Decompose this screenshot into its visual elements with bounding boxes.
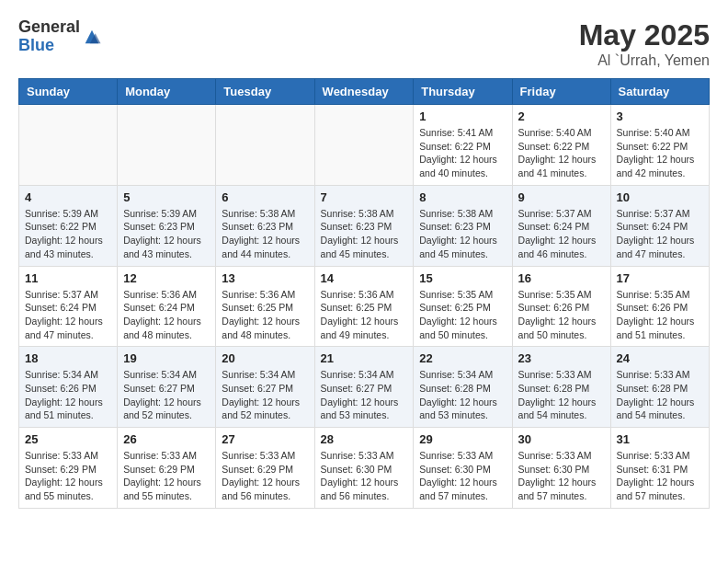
calendar-cell: 13Sunrise: 5:36 AM Sunset: 6:25 PM Dayli… (216, 266, 314, 347)
calendar-cell: 6Sunrise: 5:38 AM Sunset: 6:23 PM Daylig… (216, 185, 314, 266)
day-info: Sunrise: 5:37 AM Sunset: 6:24 PM Dayligh… (617, 207, 703, 261)
day-number: 17 (617, 271, 703, 285)
calendar-cell: 19Sunrise: 5:34 AM Sunset: 6:27 PM Dayli… (118, 347, 216, 428)
day-number: 21 (321, 351, 408, 365)
calendar-cell: 7Sunrise: 5:38 AM Sunset: 6:23 PM Daylig… (314, 185, 414, 266)
calendar-week-row: 1Sunrise: 5:41 AM Sunset: 6:22 PM Daylig… (19, 105, 710, 186)
title-block: May 2025 Al `Urrah, Yemen (579, 18, 710, 69)
day-info: Sunrise: 5:34 AM Sunset: 6:27 PM Dayligh… (321, 368, 408, 422)
calendar-cell: 18Sunrise: 5:34 AM Sunset: 6:26 PM Dayli… (19, 347, 118, 428)
calendar-cell: 24Sunrise: 5:33 AM Sunset: 6:28 PM Dayli… (610, 347, 709, 428)
calendar-cell: 25Sunrise: 5:33 AM Sunset: 6:29 PM Dayli… (19, 428, 118, 509)
day-header-sunday: Sunday (19, 79, 118, 105)
logo-general-text: General (18, 18, 80, 37)
calendar-week-row: 4Sunrise: 5:39 AM Sunset: 6:22 PM Daylig… (19, 185, 710, 266)
day-info: Sunrise: 5:36 AM Sunset: 6:25 PM Dayligh… (321, 288, 408, 342)
day-number: 2 (518, 109, 605, 123)
day-number: 31 (617, 432, 703, 446)
calendar-subtitle: Al `Urrah, Yemen (579, 52, 710, 69)
calendar-cell: 4Sunrise: 5:39 AM Sunset: 6:22 PM Daylig… (19, 185, 118, 266)
calendar-week-row: 11Sunrise: 5:37 AM Sunset: 6:24 PM Dayli… (19, 266, 710, 347)
calendar-cell: 3Sunrise: 5:40 AM Sunset: 6:22 PM Daylig… (610, 105, 709, 186)
calendar-week-row: 18Sunrise: 5:34 AM Sunset: 6:26 PM Dayli… (19, 347, 710, 428)
day-header-wednesday: Wednesday (314, 79, 414, 105)
calendar-cell: 15Sunrise: 5:35 AM Sunset: 6:25 PM Dayli… (414, 266, 512, 347)
day-number: 8 (419, 190, 506, 204)
day-number: 30 (518, 432, 605, 446)
day-info: Sunrise: 5:39 AM Sunset: 6:22 PM Dayligh… (25, 207, 111, 261)
day-number: 7 (321, 190, 408, 204)
day-info: Sunrise: 5:33 AM Sunset: 6:30 PM Dayligh… (518, 449, 605, 503)
day-number: 9 (518, 190, 605, 204)
day-number: 3 (617, 109, 703, 123)
calendar-table: SundayMondayTuesdayWednesdayThursdayFrid… (18, 78, 710, 509)
day-info: Sunrise: 5:33 AM Sunset: 6:30 PM Dayligh… (419, 449, 506, 503)
calendar-week-row: 25Sunrise: 5:33 AM Sunset: 6:29 PM Dayli… (19, 428, 710, 509)
calendar-cell: 14Sunrise: 5:36 AM Sunset: 6:25 PM Dayli… (314, 266, 414, 347)
day-info: Sunrise: 5:37 AM Sunset: 6:24 PM Dayligh… (518, 207, 605, 261)
day-number: 11 (25, 271, 111, 285)
calendar-cell: 16Sunrise: 5:35 AM Sunset: 6:26 PM Dayli… (512, 266, 610, 347)
day-number: 28 (321, 432, 408, 446)
day-number: 5 (123, 190, 210, 204)
calendar-cell: 22Sunrise: 5:34 AM Sunset: 6:28 PM Dayli… (414, 347, 512, 428)
day-info: Sunrise: 5:33 AM Sunset: 6:29 PM Dayligh… (222, 449, 308, 503)
day-info: Sunrise: 5:41 AM Sunset: 6:22 PM Dayligh… (419, 126, 506, 180)
day-header-thursday: Thursday (414, 79, 512, 105)
day-number: 29 (419, 432, 506, 446)
day-info: Sunrise: 5:39 AM Sunset: 6:23 PM Dayligh… (123, 207, 210, 261)
day-info: Sunrise: 5:35 AM Sunset: 6:26 PM Dayligh… (617, 288, 703, 342)
day-info: Sunrise: 5:38 AM Sunset: 6:23 PM Dayligh… (419, 207, 506, 261)
day-number: 19 (123, 351, 210, 365)
day-number: 6 (222, 190, 308, 204)
calendar-cell: 17Sunrise: 5:35 AM Sunset: 6:26 PM Dayli… (610, 266, 709, 347)
day-number: 23 (518, 351, 605, 365)
logo: General Blue (18, 18, 102, 55)
day-info: Sunrise: 5:40 AM Sunset: 6:22 PM Dayligh… (617, 126, 703, 180)
day-info: Sunrise: 5:38 AM Sunset: 6:23 PM Dayligh… (222, 207, 308, 261)
day-header-monday: Monday (118, 79, 216, 105)
calendar-cell: 5Sunrise: 5:39 AM Sunset: 6:23 PM Daylig… (118, 185, 216, 266)
day-number: 24 (617, 351, 703, 365)
calendar-cell: 27Sunrise: 5:33 AM Sunset: 6:29 PM Dayli… (216, 428, 314, 509)
calendar-header-row: SundayMondayTuesdayWednesdayThursdayFrid… (19, 79, 710, 105)
day-info: Sunrise: 5:33 AM Sunset: 6:31 PM Dayligh… (617, 449, 703, 503)
calendar-cell: 20Sunrise: 5:34 AM Sunset: 6:27 PM Dayli… (216, 347, 314, 428)
calendar-cell: 9Sunrise: 5:37 AM Sunset: 6:24 PM Daylig… (512, 185, 610, 266)
day-info: Sunrise: 5:35 AM Sunset: 6:25 PM Dayligh… (419, 288, 506, 342)
logo-icon (82, 27, 102, 47)
day-number: 1 (419, 109, 506, 123)
day-header-friday: Friday (512, 79, 610, 105)
calendar-title: May 2025 (579, 18, 710, 52)
calendar-cell: 21Sunrise: 5:34 AM Sunset: 6:27 PM Dayli… (314, 347, 414, 428)
day-info: Sunrise: 5:33 AM Sunset: 6:29 PM Dayligh… (25, 449, 111, 503)
day-info: Sunrise: 5:36 AM Sunset: 6:25 PM Dayligh… (222, 288, 308, 342)
page-header: General Blue May 2025 Al `Urrah, Yemen (18, 18, 710, 69)
day-number: 10 (617, 190, 703, 204)
day-number: 12 (123, 271, 210, 285)
day-number: 15 (419, 271, 506, 285)
logo-blue-text: Blue (18, 37, 80, 55)
day-info: Sunrise: 5:34 AM Sunset: 6:27 PM Dayligh… (222, 368, 308, 422)
day-number: 18 (25, 351, 111, 365)
calendar-cell (314, 105, 414, 186)
calendar-cell: 8Sunrise: 5:38 AM Sunset: 6:23 PM Daylig… (414, 185, 512, 266)
day-info: Sunrise: 5:34 AM Sunset: 6:26 PM Dayligh… (25, 368, 111, 422)
day-number: 4 (25, 190, 111, 204)
calendar-cell: 23Sunrise: 5:33 AM Sunset: 6:28 PM Dayli… (512, 347, 610, 428)
calendar-cell: 1Sunrise: 5:41 AM Sunset: 6:22 PM Daylig… (414, 105, 512, 186)
day-number: 20 (222, 351, 308, 365)
day-number: 27 (222, 432, 308, 446)
calendar-cell: 31Sunrise: 5:33 AM Sunset: 6:31 PM Dayli… (610, 428, 709, 509)
day-info: Sunrise: 5:36 AM Sunset: 6:24 PM Dayligh… (123, 288, 210, 342)
calendar-cell (19, 105, 118, 186)
day-number: 13 (222, 271, 308, 285)
day-number: 22 (419, 351, 506, 365)
day-info: Sunrise: 5:33 AM Sunset: 6:29 PM Dayligh… (123, 449, 210, 503)
calendar-cell: 26Sunrise: 5:33 AM Sunset: 6:29 PM Dayli… (118, 428, 216, 509)
calendar-cell: 29Sunrise: 5:33 AM Sunset: 6:30 PM Dayli… (414, 428, 512, 509)
calendar-cell: 10Sunrise: 5:37 AM Sunset: 6:24 PM Dayli… (610, 185, 709, 266)
day-number: 16 (518, 271, 605, 285)
day-info: Sunrise: 5:34 AM Sunset: 6:27 PM Dayligh… (123, 368, 210, 422)
day-header-saturday: Saturday (610, 79, 709, 105)
